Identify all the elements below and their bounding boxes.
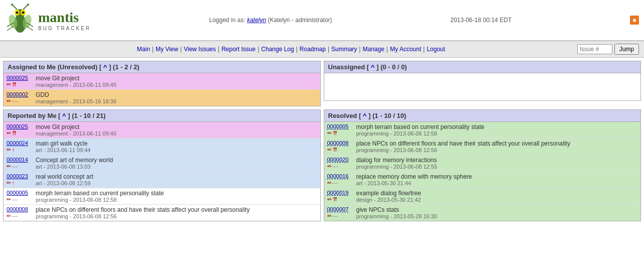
table-row: 0000005 ✏ — morph terrain based on curre… — [4, 188, 320, 205]
svg-point-7 — [11, 4, 13, 6]
issue-id-col: 0000008 ✏ ⇈ — [327, 140, 356, 153]
issue-id-link[interactable]: 0000023 — [7, 173, 36, 179]
table-row: 0000025 ✏ ⇈ move Git project management … — [4, 73, 320, 90]
issue-info: move Git project management - 2013-06-11… — [36, 123, 116, 137]
unassigned-range: ] (0 - 0 / 0) — [376, 63, 407, 71]
rss-icon[interactable]: ■ — [630, 16, 639, 25]
issue-title: real world concept art — [36, 173, 93, 180]
unassigned-caret[interactable]: ^ — [371, 63, 375, 71]
nav-manage[interactable]: Manage — [362, 46, 384, 53]
issue-search-input[interactable] — [577, 44, 612, 54]
issue-id-link[interactable]: 0000025 — [7, 123, 36, 129]
unassigned-title: Unassigned [ — [328, 63, 371, 71]
svg-point-5 — [22, 12, 25, 14]
assigned-caret[interactable]: ^ — [103, 63, 107, 71]
table-row: 0000025 ✏ ⇈ move Git project management … — [4, 122, 320, 139]
nav-links-area: Main | My View | View Issues | Report Is… — [5, 46, 577, 53]
issue-id-link[interactable]: 0000007 — [327, 206, 356, 212]
issue-id-col: 0000008 ✏ — — [7, 206, 36, 219]
table-row: 0000014 ✏ — Concept art of memory world … — [4, 155, 320, 172]
issue-id-link[interactable]: 0000005 — [7, 190, 36, 196]
issue-id-link[interactable]: 0000025 — [7, 75, 36, 81]
priority-icon: — — [333, 180, 338, 186]
table-row: 0000016 ✏ — replace memory dome with mem… — [324, 172, 641, 188]
issue-id-link[interactable]: 0000005 — [327, 123, 356, 129]
pencil-icon: ✏ — [7, 130, 11, 137]
nav-summary[interactable]: Summary — [331, 46, 357, 53]
pencil-icon: ✏ — [7, 213, 11, 219]
issue-info: dialog for memory interactions programmi… — [356, 157, 437, 170]
issue-id-link[interactable]: 0000008 — [7, 206, 36, 212]
nav-sep-4: | — [257, 46, 259, 53]
unassigned-panel: Unassigned [ ^ ] (0 - 0 / 0) — [324, 61, 641, 101]
priority-icon: ⇈ — [333, 147, 337, 153]
logo-title: mantis — [38, 10, 91, 26]
pencil-icon: ✏ — [7, 81, 11, 88]
issue-info: real world concept art art - 2013-06-08 … — [36, 173, 93, 186]
priority-icon: — — [12, 213, 18, 219]
unassigned-panel-header: Unassigned [ ^ ] (0 - 0 / 0) — [324, 61, 641, 73]
nav-main[interactable]: Main — [137, 46, 150, 53]
nav-myaccount[interactable]: My Account — [390, 46, 421, 53]
issue-title: example dialog flow/tree — [356, 190, 421, 197]
nav-viewissues[interactable]: View Issues — [184, 46, 216, 53]
pencil-icon: ✏ — [7, 196, 11, 203]
nav-changelog[interactable]: Change Log — [261, 46, 294, 53]
issue-title: give NPCs stats — [356, 206, 437, 213]
pencil-icon: ✏ — [327, 147, 332, 153]
issue-title: morph terrain based on current personali… — [36, 190, 164, 197]
login-info: Logged in as: katelyn (Katelyn - adminis… — [209, 17, 332, 24]
issue-id-link[interactable]: 0000020 — [327, 157, 356, 163]
resolved-caret[interactable]: ^ — [363, 112, 367, 119]
svg-point-9 — [27, 4, 29, 6]
table-row: 0000024 ✏ ↑ main girl walk cycle art - 2… — [4, 139, 320, 155]
issue-id-col: 0000005 ✏ ⇈ — [327, 123, 356, 137]
nav-sep-7: | — [359, 46, 360, 53]
issue-id-link[interactable]: 0000008 — [327, 140, 356, 146]
issue-meta: programming - 2013-06-08 12:56 — [356, 147, 570, 153]
issue-id-col: 0000005 ✏ — — [7, 190, 36, 203]
issue-icons: ✏ — — [327, 163, 356, 170]
row-1: Assigned to Me (Unresolved) [ ^ ] (1 - 2… — [3, 61, 641, 106]
login-user-link[interactable]: katelyn — [247, 17, 266, 24]
pencil-icon: ✏ — [7, 98, 11, 104]
nav-reportissue[interactable]: Report Issue — [221, 46, 255, 53]
logo-subtitle: BUG TRACKER — [38, 26, 91, 31]
issue-id-link[interactable]: 0000019 — [327, 190, 356, 196]
priority-icon: — — [12, 196, 18, 203]
reported-caret[interactable]: ^ — [62, 112, 66, 119]
issue-info: morph terrain based on current personali… — [356, 123, 484, 137]
nav-sep-2: | — [180, 46, 182, 53]
resolved-range: ] (1 - 10 / 10) — [368, 112, 406, 119]
issue-icons: ✏ — — [7, 98, 36, 104]
nav-myview[interactable]: My View — [156, 46, 178, 53]
issue-id-link[interactable]: 0000016 — [327, 173, 356, 179]
pencil-icon: ✏ — [327, 130, 332, 137]
issue-meta: programming - 2013-06-08 12:56 — [36, 213, 249, 219]
assigned-range: ] (1 - 2 / 2) — [109, 63, 140, 71]
nav-roadmap[interactable]: Roadmap — [300, 46, 326, 53]
nav-sep-1: | — [152, 46, 154, 53]
jump-button[interactable]: Jump — [614, 44, 639, 55]
nav-logout[interactable]: Logout — [427, 46, 445, 53]
assigned-panel-header: Assigned to Me (Unresolved) [ ^ ] (1 - 2… — [4, 61, 320, 73]
pencil-icon: ✏ — [327, 180, 332, 186]
issue-id-link[interactable]: 0000024 — [7, 140, 36, 146]
issue-icons: ✏ — — [327, 213, 356, 219]
table-row: 0000005 ✏ ⇈ morph terrain based on curre… — [324, 122, 641, 139]
priority-icon: ⇈ — [12, 130, 17, 137]
issue-meta: management - 2013-06-11 09:45 — [36, 82, 116, 88]
issue-id-link[interactable]: 0000002 — [7, 91, 36, 97]
issue-title: place NPCs on different floors and have … — [356, 140, 570, 147]
priority-icon: ↑ — [12, 180, 15, 186]
svg-line-8 — [23, 5, 28, 10]
issue-info: Concept art of memory world art - 2013-0… — [36, 157, 113, 170]
reported-title: Reported by Me [ — [8, 112, 62, 119]
issue-id-link[interactable]: 0000014 — [7, 157, 36, 163]
table-row: 0000020 ✏ — dialog for memory interactio… — [324, 155, 641, 172]
issue-meta: management - 2013-06-11 09:45 — [36, 130, 116, 137]
priority-icon: — — [333, 213, 338, 219]
resolved-panel: Resolved [ ^ ] (1 - 10 / 10) 0000005 ✏ ⇈… — [324, 109, 641, 221]
issue-info: morph terrain based on current personali… — [36, 190, 164, 203]
issue-icons: ✏ ⇈ — [7, 130, 36, 137]
